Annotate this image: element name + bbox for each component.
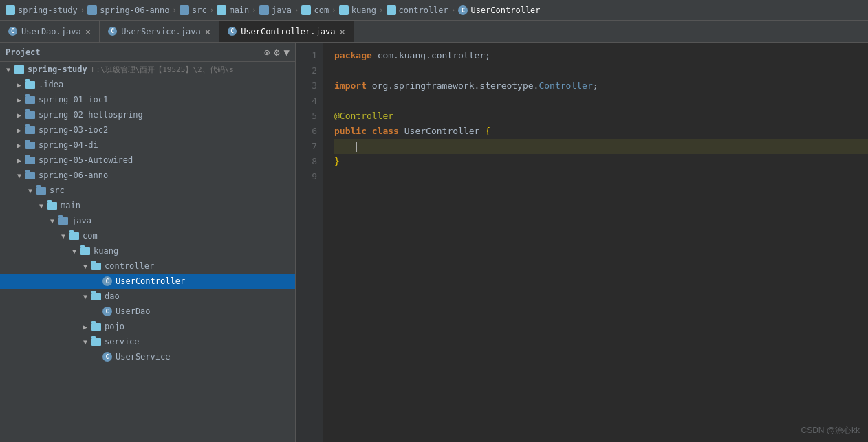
breadcrumb-java[interactable]: java <box>259 5 292 15</box>
breadcrumb-class-label: UserController <box>470 5 540 15</box>
tab-userdao-label: UserDao.java <box>21 27 81 36</box>
usercontroller-icon: C <box>458 5 468 15</box>
tree-item-userdao[interactable]: ▶ C UserDao <box>0 304 295 319</box>
usercontroller-tab-icon: C <box>228 27 237 36</box>
breadcrumb-sep-1: › <box>80 5 85 14</box>
breadcrumb-module[interactable]: spring-06-anno <box>87 5 169 15</box>
label-pojo: pojo <box>105 322 124 331</box>
userservice-tab-icon: C <box>108 27 117 36</box>
tab-userdao[interactable]: C UserDao.java × <box>0 21 100 42</box>
tree-item-service[interactable]: ▼ service <box>0 334 295 349</box>
icon-service <box>91 336 102 347</box>
breadcrumb-com-label: com <box>314 5 329 15</box>
tab-usercontroller[interactable]: C UserController.java × <box>219 21 354 42</box>
breadcrumb-spring-study[interactable]: spring-study <box>6 5 78 15</box>
tree-item-kuang[interactable]: ▼ kuang <box>0 243 295 258</box>
breadcrumb-sep-8: › <box>451 5 456 14</box>
ln-9: 9 <box>296 169 317 184</box>
code-editor[interactable]: 1 2 3 4 5 6 7 8 9 package com.kuang.cont… <box>296 43 868 442</box>
tree-item-usercontroller[interactable]: ▶ C UserController <box>0 274 295 289</box>
icon-spring05 <box>25 155 36 166</box>
sidebar-header: Project ⊙ ⚙ ▼ <box>0 43 295 62</box>
tree-item-userservice[interactable]: ▶ C UserService <box>0 349 295 364</box>
sidebar-locate-icon[interactable]: ⊙ <box>264 47 270 58</box>
breadcrumb-sep-7: › <box>379 5 384 14</box>
main-folder-icon <box>217 5 226 15</box>
breadcrumb-sep-5: › <box>294 5 299 14</box>
tab-userservice[interactable]: C UserService.java × <box>100 21 219 42</box>
icon-kuang <box>80 245 91 256</box>
tab-userdao-close[interactable]: × <box>85 27 91 36</box>
breadcrumb-kuang[interactable]: kuang <box>339 5 376 15</box>
label-spring02: spring-02-hellospring <box>39 110 143 120</box>
label-java: java <box>72 216 91 225</box>
code-line-4 <box>334 93 868 109</box>
tree-item-spring05[interactable]: ▶ spring-05-Autowired <box>0 153 295 168</box>
code-line-6: public class UserController { <box>334 124 868 139</box>
breadcrumb-sep-3: › <box>210 5 215 14</box>
breadcrumb-module-label: spring-06-anno <box>100 5 169 15</box>
code-line-2 <box>334 63 868 78</box>
tree-item-main[interactable]: ▼ main <box>0 198 295 213</box>
code-line-8: } <box>334 154 868 169</box>
breadcrumb-kuang-label: kuang <box>351 5 376 15</box>
tab-userservice-close[interactable]: × <box>205 27 210 36</box>
watermark: CSDN @涂心kk <box>801 425 860 437</box>
sidebar-title: Project <box>6 47 41 57</box>
icon-idea <box>25 79 36 90</box>
label-com: com <box>83 231 98 241</box>
breadcrumb-java-label: java <box>272 5 292 15</box>
label-spring06: spring-06-anno <box>39 170 108 180</box>
arrow-kuang: ▼ <box>69 247 80 255</box>
icon-controller <box>91 261 102 272</box>
icon-dao <box>91 291 102 302</box>
code-line-5: @Controller <box>334 109 868 124</box>
arrow-src: ▼ <box>25 187 36 195</box>
icon-java <box>58 215 69 226</box>
module-icon <box>87 5 97 15</box>
tree-item-spring06[interactable]: ▼ spring-06-anno <box>0 168 295 183</box>
label-controller: controller <box>105 261 154 271</box>
tree-item-controller[interactable]: ▼ controller <box>0 258 295 274</box>
tree-item-spring-study[interactable]: ▼ spring-study F:\班级管理\西开【19525】\2、代码\s <box>0 62 295 77</box>
arrow-dao: ▼ <box>80 293 91 300</box>
tab-usercontroller-close[interactable]: × <box>339 27 345 36</box>
label-main: main <box>61 201 80 210</box>
breadcrumb-sep-6: › <box>332 5 336 14</box>
tree-item-idea[interactable]: ▶ .idea <box>0 77 295 92</box>
label-usercontroller: UserController <box>116 276 185 286</box>
ln-2: 2 <box>296 63 317 78</box>
label-dao: dao <box>105 291 120 301</box>
label-spring04: spring-04-di <box>39 140 98 150</box>
arrow-pojo: ▶ <box>80 323 91 331</box>
arrow-com: ▼ <box>58 232 69 240</box>
tree-item-spring04[interactable]: ▶ spring-04-di <box>0 137 295 153</box>
tree-item-pojo[interactable]: ▶ pojo <box>0 319 295 334</box>
sidebar-collapse-icon[interactable]: ▼ <box>284 47 290 58</box>
tab-usercontroller-label: UserController.java <box>241 27 335 36</box>
java-icon <box>259 5 269 15</box>
tree-item-spring01[interactable]: ▶ spring-01-ioc1 <box>0 92 295 107</box>
arrow-java: ▼ <box>47 217 58 225</box>
tree-item-dao[interactable]: ▼ dao <box>0 289 295 304</box>
ln-6: 6 <box>296 124 317 139</box>
breadcrumb-controller[interactable]: controller <box>387 5 448 15</box>
breadcrumb-usercontroller[interactable]: C UserController <box>458 5 540 15</box>
sidebar-gear-icon[interactable]: ⚙ <box>274 47 279 58</box>
icon-usercontroller: C <box>102 276 113 287</box>
breadcrumb-src[interactable]: src <box>180 5 207 15</box>
breadcrumb-com[interactable]: com <box>301 5 329 15</box>
arrow-service: ▼ <box>80 338 91 346</box>
code-line-9 <box>334 169 868 184</box>
tree-item-spring02[interactable]: ▶ spring-02-hellospring <box>0 107 295 122</box>
icon-spring06 <box>25 170 36 181</box>
tree-item-src[interactable]: ▼ src <box>0 183 295 198</box>
tree-item-com[interactable]: ▼ com <box>0 228 295 243</box>
breadcrumb-main[interactable]: main <box>217 5 249 15</box>
tree-item-java[interactable]: ▼ java <box>0 213 295 228</box>
icon-spring01 <box>25 94 36 105</box>
text-cursor <box>356 142 357 152</box>
arrow-main: ▼ <box>36 202 47 210</box>
icon-main <box>47 200 58 211</box>
tree-item-spring03[interactable]: ▶ spring-03-ioc2 <box>0 122 295 137</box>
